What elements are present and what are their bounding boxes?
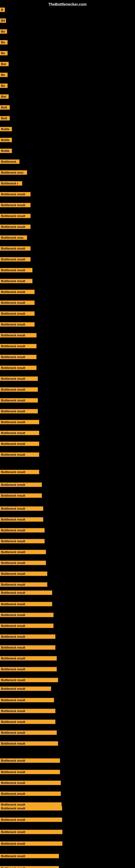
bottleneck-label: Bottle <box>0 127 12 131</box>
label-item: Bottleneck r <box>0 181 22 187</box>
bottleneck-label: Bottleneck result <box>0 398 38 403</box>
label-item: Bottleneck result <box>0 561 46 566</box>
label-item: Bottleneck result <box>0 634 55 640</box>
label-item: Bottleneck result <box>0 311 35 317</box>
bottleneck-label: Bottleneck result <box>0 528 45 532</box>
bottleneck-label: B4 <box>0 19 6 23</box>
label-item: Bottleneck result <box>0 344 37 349</box>
bottleneck-label: Bottleneck result <box>0 667 57 671</box>
bottleneck-label: Bottleneck result <box>0 571 47 576</box>
bottleneck-label: Bottleneck result <box>0 770 60 774</box>
label-item: Bottleneck result <box>0 602 52 607</box>
bottleneck-label: Bott <box>0 105 10 110</box>
bottleneck-label: Bo <box>0 29 7 34</box>
bottleneck-label: Bottleneck result <box>0 225 31 229</box>
bottleneck-label: Bottleneck result <box>0 366 37 370</box>
label-item: Bo <box>0 73 8 78</box>
label-item: Bottle <box>0 127 12 132</box>
bottleneck-label: Bottleneck result <box>0 741 58 746</box>
label-item: Bottleneck result <box>0 698 54 703</box>
bottleneck-label: Bottleneck result <box>0 806 62 810</box>
label-item: Bottle <box>0 149 12 154</box>
label-item: Bottleneck result <box>0 322 35 328</box>
label-item: Bottleneck result <box>0 806 62 812</box>
label-item: Bottleneck result <box>0 398 38 404</box>
bottleneck-label: Bottleneck result <box>0 561 46 565</box>
label-item: Bottleneck result <box>0 333 37 339</box>
bottleneck-label: Bottleneck result <box>0 506 43 511</box>
bottleneck-label: Bottle <box>0 149 12 153</box>
label-item: Bottleneck result <box>0 420 39 425</box>
label-item: Bottleneck result <box>0 667 57 673</box>
bottleneck-label: Bottleneck result <box>0 758 60 763</box>
label-item: Bottleneck result <box>0 841 62 847</box>
bottleneck-label: Bottleneck result <box>0 539 45 543</box>
bottleneck-label: Bottleneck result <box>0 709 55 713</box>
label-item: Bottleneck result <box>0 493 42 499</box>
bottleneck-label: Bottleneck result <box>0 781 61 785</box>
label-item: Bot <box>0 62 9 67</box>
label-item: Bottleneck result <box>0 731 57 736</box>
bottleneck-label: Bottleneck result <box>0 420 39 424</box>
bottleneck-label: Bo <box>0 51 8 55</box>
label-item: Bottleneck result <box>0 866 59 868</box>
label-item: Bottleneck result <box>0 741 58 747</box>
label-item: Bott <box>0 116 10 122</box>
bottleneck-label: Bottleneck result <box>0 493 42 498</box>
label-item: Bottleneck result <box>0 203 31 208</box>
bottleneck-label: Bottleneck result <box>0 613 53 617</box>
bottleneck-label: Bot <box>0 62 9 66</box>
label-item: Bottleneck result <box>0 506 43 512</box>
label-item: Bottleneck result <box>0 624 53 629</box>
bottleneck-label: Bottleneck result <box>0 409 38 413</box>
bottleneck-label: Bottleneck result <box>0 376 38 381</box>
label-item: Bottleneck result <box>0 290 35 295</box>
label-item: Bottleneck result <box>0 720 55 725</box>
bottleneck-label: Bottleneck result <box>0 686 51 691</box>
bottleneck-label: Bottleneck result <box>0 431 39 435</box>
bottleneck-label: Bottleneck result <box>0 344 37 348</box>
bottleneck-label: Bott <box>0 116 10 120</box>
label-item: Bottleneck result <box>0 550 46 555</box>
bottleneck-label: Bottleneck result <box>0 483 42 487</box>
bottleneck-label: Bottleneck result <box>0 817 62 822</box>
bottleneck-label: Bottleneck result <box>0 192 31 196</box>
bottleneck-label: Bottleneck result <box>0 841 62 846</box>
label-item: Bottleneck result <box>0 517 43 523</box>
bottleneck-label: B <box>0 8 5 12</box>
bottleneck-label: Bottleneck result <box>0 203 31 207</box>
label-item: Bottleneck result <box>0 539 45 545</box>
bottleneck-label: Bottleneck result <box>0 290 35 294</box>
label-item: Bottleneck result <box>0 442 39 447</box>
label-item: Bottleneck result <box>0 571 47 577</box>
bottleneck-label: Bottleneck result <box>0 322 35 327</box>
bottleneck-label: Bottleneck resu <box>0 170 27 175</box>
label-item: Bottleneck result <box>0 431 39 436</box>
label-item: Bottleneck result <box>0 792 61 797</box>
bottleneck-label: Bottleneck result <box>0 279 32 283</box>
label-item: Bottleneck result <box>0 366 37 371</box>
label-item: Bottleneck result <box>0 483 42 488</box>
label-item: Bottleneck result <box>0 830 62 835</box>
label-item: Bottleneck result <box>0 355 37 360</box>
bottleneck-label: Bottleneck result <box>0 333 37 337</box>
label-item: Bottleneck result <box>0 582 47 588</box>
bottleneck-label: Bottleneck result <box>0 830 62 834</box>
label-item: Bottleneck result <box>0 709 55 714</box>
bottleneck-label: Bottleneck result <box>0 268 32 272</box>
bottleneck-label: Bottleneck result <box>0 590 52 595</box>
label-item: Bottleneck result <box>0 257 31 262</box>
bottleneck-label: Bo <box>0 73 8 77</box>
label-item: Bottleneck result <box>0 214 31 219</box>
label-item: Bot <box>0 94 9 100</box>
label-item: Bottle <box>0 138 12 143</box>
label-item: Bottleneck result <box>0 758 60 764</box>
bottleneck-label: Bottleneck result <box>0 301 35 305</box>
bottleneck-label: Bo <box>0 40 8 44</box>
bottleneck-label: Bottleneck result <box>0 582 47 587</box>
label-item: Bottleneck resu <box>0 236 27 241</box>
label-item: Bo <box>0 84 8 89</box>
label-item: Bottleneck result <box>0 854 59 859</box>
label-item: Bottleneck result <box>0 246 31 252</box>
label-item: Bottleneck result <box>0 192 31 197</box>
